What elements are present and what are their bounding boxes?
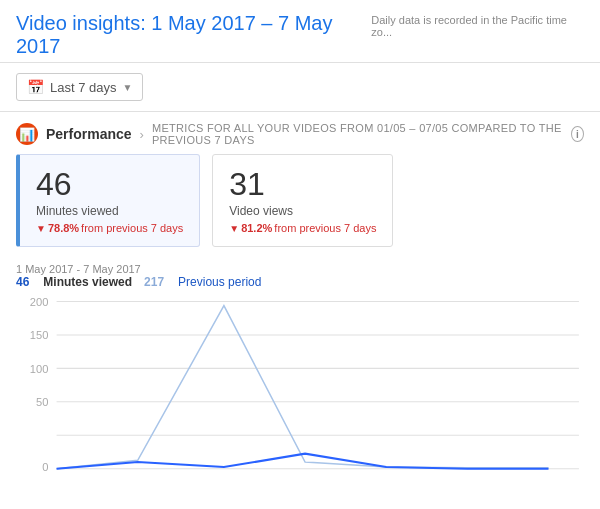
page-title: Video insights: 1 May 2017 – 7 May 2017	[16, 12, 371, 58]
metric-change-text-views: from previous 7 days	[274, 222, 376, 234]
legend-current-label: Minutes viewed	[43, 275, 132, 289]
chart-container: 200 150 100 50 0	[16, 291, 584, 509]
chart-area: 1 May 2017 - 7 May 2017 46 Minutes viewe…	[0, 257, 600, 509]
metric-change-text-minutes: from previous 7 days	[81, 222, 183, 234]
svg-text:200: 200	[30, 296, 49, 308]
down-arrow-icon-2: ▼	[229, 223, 239, 234]
line-chart: 200 150 100 50 0	[16, 291, 584, 509]
chart-legend: 46 Minutes viewed 217 Previous period	[16, 275, 584, 289]
metric-card-minutes: 46 Minutes viewed ▼ 78.8% from previous …	[16, 154, 200, 247]
daily-note: Daily data is recorded in the Pacific ti…	[371, 12, 584, 38]
section-header: 📊 Performance › METRICS FOR ALL YOUR VID…	[0, 112, 600, 154]
svg-text:150: 150	[30, 329, 49, 341]
metric-label-views: Video views	[229, 204, 376, 218]
metric-change-minutes: ▼ 78.8% from previous 7 days	[36, 222, 183, 234]
calendar-icon: 📅	[27, 79, 44, 95]
metric-value-views: 31	[229, 167, 376, 202]
metric-change-pct-views: 81.2%	[241, 222, 272, 234]
date-filter-button[interactable]: 📅 Last 7 days ▼	[16, 73, 143, 101]
metric-change-views: ▼ 81.2% from previous 7 days	[229, 222, 376, 234]
chart-date-range: 1 May 2017 - 7 May 2017	[16, 263, 584, 275]
dropdown-arrow-icon: ▼	[123, 82, 133, 93]
filter-bar: 📅 Last 7 days ▼	[0, 63, 600, 112]
metrics-row: 46 Minutes viewed ▼ 78.8% from previous …	[0, 154, 600, 257]
metric-value-minutes: 46	[36, 167, 183, 202]
legend-prev-num: 217	[144, 275, 164, 289]
metric-label-minutes: Minutes viewed	[36, 204, 183, 218]
legend-prev-label: Previous period	[178, 275, 261, 289]
legend-current-num: 46	[16, 275, 29, 289]
section-subtitle: METRICS FOR ALL YOUR VIDEOS FROM 01/05 –…	[152, 122, 563, 146]
svg-text:100: 100	[30, 363, 49, 375]
info-icon[interactable]: i	[571, 126, 584, 142]
metric-card-views: 31 Video views ▼ 81.2% from previous 7 d…	[212, 154, 393, 247]
svg-text:50: 50	[36, 396, 48, 408]
top-bar: Video insights: 1 May 2017 – 7 May 2017 …	[0, 0, 600, 63]
date-filter-label: Last 7 days	[50, 80, 117, 95]
performance-icon: 📊	[16, 123, 38, 145]
metric-change-pct-minutes: 78.8%	[48, 222, 79, 234]
svg-text:0: 0	[42, 461, 48, 473]
title-static: Video insights:	[16, 12, 146, 34]
down-arrow-icon: ▼	[36, 223, 46, 234]
breadcrumb-separator: ›	[140, 127, 144, 142]
section-title: Performance	[46, 126, 132, 142]
